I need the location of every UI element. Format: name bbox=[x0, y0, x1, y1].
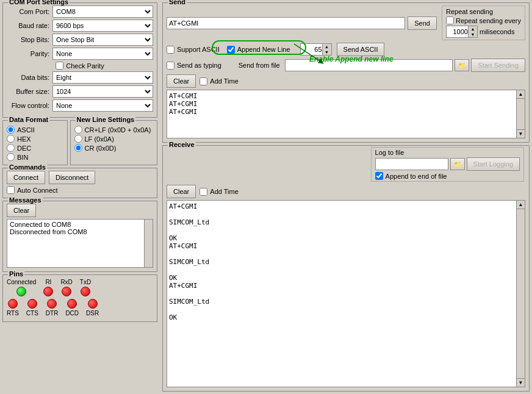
pins-row-1: Connected RI RxD TxD bbox=[7, 278, 153, 298]
baud-rate-select[interactable]: 9600 bps bbox=[52, 20, 153, 32]
pin-rxd: RxD bbox=[60, 279, 72, 296]
receive-clear-button[interactable]: Clear bbox=[167, 185, 196, 198]
repeat-checkbox[interactable] bbox=[446, 16, 454, 24]
pins-title: Pins bbox=[8, 270, 24, 278]
dec-radio-item[interactable]: DEC bbox=[7, 144, 63, 152]
scroll-up-arrow[interactable]: ▲ bbox=[517, 90, 525, 99]
start-sending-button[interactable]: Start Sending bbox=[471, 59, 525, 72]
send-ascii-button[interactable]: Send ASCII bbox=[337, 43, 385, 56]
recv-scroll-up[interactable]: ▲ bbox=[517, 201, 525, 209]
check-parity-checkbox[interactable] bbox=[56, 62, 63, 70]
hex-radio-item[interactable]: HEX bbox=[7, 135, 63, 143]
send-add-time-item[interactable]: Add Time bbox=[200, 77, 238, 85]
send-clear-button[interactable]: Clear bbox=[167, 74, 196, 88]
ascii-radio[interactable] bbox=[7, 126, 15, 134]
bin-radio[interactable] bbox=[7, 153, 15, 161]
num-value-input[interactable] bbox=[301, 44, 322, 55]
send-command-input[interactable] bbox=[167, 17, 405, 29]
cr-label: CR (0x0D) bbox=[85, 145, 117, 152]
recv-line-15: OK bbox=[169, 313, 514, 321]
num-spin-up[interactable]: ▲ bbox=[323, 44, 331, 49]
pin-rts-led bbox=[8, 299, 18, 309]
repeat-value-input[interactable] bbox=[447, 26, 468, 37]
repeat-spin-up[interactable]: ▲ bbox=[469, 26, 477, 32]
send-as-typing-checkbox[interactable] bbox=[167, 62, 174, 70]
dec-radio[interactable] bbox=[7, 144, 15, 152]
commands-buttons-row: Connect Disconnect bbox=[7, 171, 153, 184]
dec-label: DEC bbox=[17, 145, 31, 152]
messages-clear-button[interactable]: Clear bbox=[7, 204, 36, 217]
lf-radio[interactable] bbox=[74, 135, 82, 143]
parity-label: Parity: bbox=[7, 50, 52, 57]
flow-control-select[interactable]: None bbox=[52, 99, 153, 112]
pin-dcd-label: DCD bbox=[65, 310, 79, 317]
auto-connect-label: Auto Connect bbox=[17, 187, 58, 194]
pin-ri-led bbox=[43, 287, 53, 296]
disconnect-button[interactable]: Disconnect bbox=[49, 171, 95, 184]
pin-dsr-led bbox=[88, 299, 98, 309]
check-parity-item[interactable]: Check Parity bbox=[56, 62, 104, 70]
receive-scrollbar[interactable]: ▲ ▼ bbox=[517, 200, 525, 387]
recv-line-8: SIMCOM_Ltd bbox=[169, 258, 514, 266]
recv-scroll-down[interactable]: ▼ bbox=[517, 378, 525, 387]
auto-connect-checkbox[interactable] bbox=[7, 186, 15, 194]
append-new-line-item[interactable]: Append New Line bbox=[227, 46, 290, 54]
send-button[interactable]: Send bbox=[408, 16, 437, 30]
milliseconds-label: miliseconds bbox=[480, 28, 514, 35]
parity-select[interactable]: None bbox=[52, 48, 153, 60]
num-spinner: ▲ ▼ bbox=[300, 43, 332, 56]
support-ascii-item[interactable]: Support ASCII bbox=[167, 46, 220, 54]
com-port-settings-title: COM Port Settings bbox=[8, 0, 70, 5]
ascii-radio-item[interactable]: ASCII bbox=[7, 126, 63, 134]
cr-radio[interactable] bbox=[74, 144, 82, 152]
receive-add-time-item[interactable]: Add Time bbox=[200, 188, 238, 196]
data-bits-select[interactable]: Eight bbox=[52, 71, 153, 84]
pins-row-2: RTS CTS DTR DCD DSR bbox=[7, 298, 153, 318]
send-file-browse-button[interactable]: 📁 bbox=[455, 59, 469, 71]
pin-dtr-led bbox=[47, 299, 57, 309]
log-file-browse-button[interactable]: 📁 bbox=[450, 158, 465, 170]
cr-radio-item[interactable]: CR (0x0D) bbox=[74, 144, 154, 152]
messages-scrollbar[interactable] bbox=[145, 219, 153, 268]
pin-rxd-led bbox=[62, 287, 71, 296]
pin-cts-label: CTS bbox=[26, 310, 38, 317]
send-from-file-label: Send from file bbox=[239, 62, 280, 69]
send-log-scrollbar[interactable]: ▲ ▼ bbox=[517, 90, 525, 138]
send-log-line-1: AT+CGMI bbox=[169, 92, 514, 100]
send-log-line-3: AT+CGMI bbox=[169, 108, 514, 116]
pin-ri-label: RI bbox=[45, 279, 51, 285]
send-add-time-checkbox[interactable] bbox=[200, 77, 207, 85]
buffer-size-select[interactable]: 1024 bbox=[52, 85, 153, 98]
log-file-input[interactable] bbox=[375, 158, 448, 170]
scroll-down-arrow[interactable]: ▼ bbox=[517, 129, 525, 138]
lf-radio-item[interactable]: LF (0x0A) bbox=[74, 135, 154, 143]
parity-row: Parity: None bbox=[7, 48, 153, 60]
crlf-radio[interactable] bbox=[74, 126, 82, 134]
crlf-radio-item[interactable]: CR+LF (0x0D + 0x0A) bbox=[74, 126, 154, 134]
num-spin-down[interactable]: ▼ bbox=[323, 49, 331, 55]
receive-add-time-checkbox[interactable] bbox=[200, 188, 207, 196]
com-port-select[interactable]: COM8 bbox=[52, 5, 153, 18]
com-port-row: Com Port: COM8 bbox=[7, 5, 153, 18]
stop-bits-select[interactable]: One Stop Bit bbox=[52, 34, 153, 46]
recv-line-11: AT+CGMI bbox=[169, 282, 514, 290]
send-as-typing-item[interactable]: Send as typing bbox=[167, 62, 221, 70]
recv-line-4 bbox=[169, 226, 514, 234]
connect-button[interactable]: Connect bbox=[7, 171, 45, 184]
append-to-end-checkbox[interactable] bbox=[375, 172, 383, 180]
repeat-spin-down[interactable]: ▼ bbox=[469, 32, 477, 37]
hex-radio[interactable] bbox=[7, 135, 15, 143]
repeat-spinner: ▲ ▼ bbox=[446, 26, 478, 38]
recv-line-10: OK bbox=[169, 274, 514, 282]
recv-line-3: SIMCOM_Ltd bbox=[169, 218, 514, 226]
messages-area: Connected to COM8 Disconnected from COM8 bbox=[7, 219, 145, 268]
pin-ri: RI bbox=[43, 279, 53, 296]
bin-radio-item[interactable]: BIN bbox=[7, 153, 63, 161]
auto-connect-item[interactable]: Auto Connect bbox=[7, 186, 153, 194]
lf-label: LF (0x0A) bbox=[85, 135, 114, 143]
start-logging-button[interactable]: Start Logging bbox=[467, 157, 520, 171]
support-ascii-checkbox[interactable] bbox=[167, 46, 174, 54]
append-new-line-checkbox[interactable] bbox=[227, 46, 235, 54]
pin-rts: RTS bbox=[7, 299, 19, 317]
append-to-end-item[interactable]: Append to end of file bbox=[375, 172, 520, 180]
